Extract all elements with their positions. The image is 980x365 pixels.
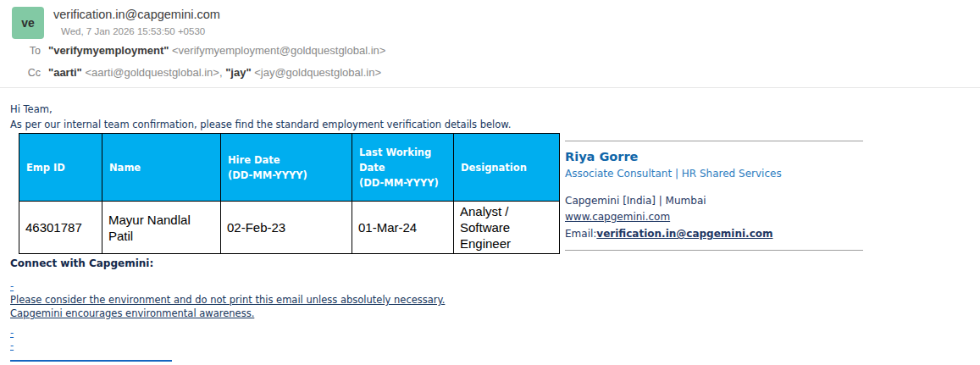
email-date: Wed, 7 Jan 2026 15:53:50 +0530 [61,26,205,36]
greeting-text: Hi Team, [10,103,53,115]
header-hire-date: Hire Date (DD-MM-YYYY) [221,134,352,202]
from-address[interactable]: verification.in@capgemini.com [53,8,220,21]
to-recipient-email[interactable]: <verifymyemployment@goldquestglobal.in> [172,44,385,57]
header-designation: Designation [454,134,560,202]
environment-note-line-2[interactable]: Capgemini encourages environmental aware… [10,307,254,319]
footer-link-underline[interactable] [10,360,172,362]
intro-text: As per our internal team confirmation, p… [10,119,511,130]
website-link[interactable]: www.capgemini.com [565,211,670,223]
cc-recipient-email-1[interactable]: <aarti@goldquestglobal.in>, [85,66,222,79]
header-name: Name [102,134,221,202]
signature-company: Capgemini [India] | Mumbai [565,195,863,207]
environment-note-line-1[interactable]: Please consider the environment and do n… [10,294,445,306]
signature-block: Riya Gorre Associate Consultant | HR Sha… [565,141,863,251]
signature-divider-top [565,141,863,141]
signature-email-link[interactable]: verification.in@capgemini.com [596,228,772,240]
header-last-working-date: Last Working Date (DD-MM-YYYY) [352,134,454,202]
sender-avatar[interactable]: ve [12,7,44,39]
cc-row: Cc"aarti" <aarti@goldquestglobal.in>, "j… [0,66,381,79]
cell-last-working-date: 01-Mar-24 [352,202,454,254]
cell-name: Mayur Nandlal Patil [102,202,221,254]
footer-link-3[interactable]: - [10,340,14,351]
cell-designation: Analyst / Software Engineer [454,202,560,254]
cc-recipient-name-1[interactable]: "aarti" [48,66,82,79]
table-row: 46301787 Mayur Nandlal Patil 02-Feb-23 0… [19,202,560,254]
footer-link-2[interactable]: - [10,327,14,339]
cell-emp-id: 46301787 [19,202,102,254]
to-recipient-name[interactable]: "verifymyemployment" [48,44,169,57]
signature-title: Associate Consultant | HR Shared Service… [565,168,863,180]
footer-link-1[interactable]: - [10,280,14,292]
signature-divider-bottom [565,250,863,251]
cell-hire-date: 02-Feb-23 [221,202,352,254]
cc-recipient-name-2[interactable]: "jay" [225,66,251,79]
signature-name: Riya Gorre [565,150,863,163]
email-label: Email: [565,228,596,240]
table-header-row: Emp ID Name Hire Date (DD-MM-YYYY) Last … [19,134,560,202]
employment-verification-table: Emp ID Name Hire Date (DD-MM-YYYY) Last … [19,133,560,254]
cc-label: Cc [0,67,41,79]
cc-recipient-email-2[interactable]: <jay@goldquestglobal.in> [254,66,381,79]
header-emp-id: Emp ID [19,134,102,202]
connect-with-capgemini-label: Connect with Capgemini: [10,257,153,269]
to-label: To [0,45,41,57]
email-header: ve verification.in@capgemini.com Wed, 7 … [0,0,980,88]
to-row: To"verifymyemployment" <verifymyemployme… [0,44,385,57]
